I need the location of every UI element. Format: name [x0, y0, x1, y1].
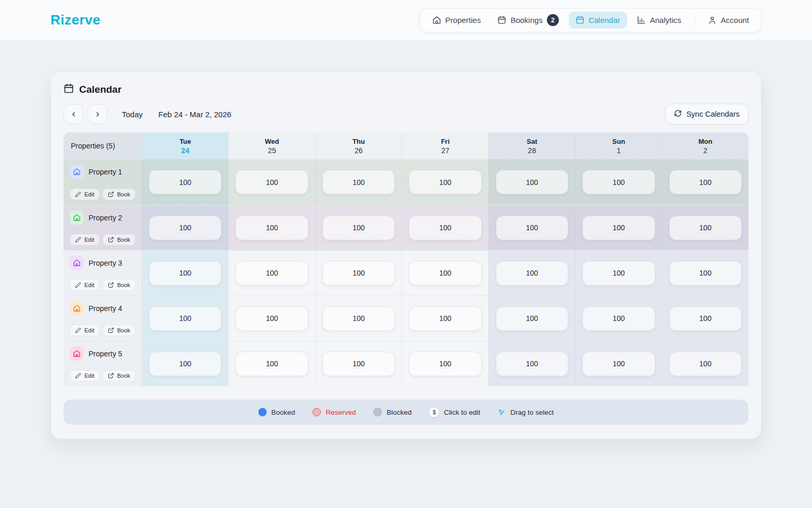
- pencil-icon: [75, 282, 81, 288]
- rate-value-chip[interactable]: 100: [149, 352, 221, 376]
- pencil-icon: [75, 327, 81, 333]
- rate-value-chip[interactable]: 100: [149, 216, 221, 240]
- bookings-count-badge: 2: [547, 14, 559, 26]
- property-cell: Property 4EditBook: [64, 296, 142, 341]
- edit-property-button[interactable]: Edit: [70, 370, 99, 381]
- rate-value-chip[interactable]: 100: [409, 352, 481, 376]
- rate-value-chip[interactable]: 100: [496, 261, 568, 286]
- legend-item-drag-to-select: Drag to select: [498, 408, 554, 416]
- external-link-icon: [108, 191, 114, 197]
- rate-value-chip[interactable]: 100: [322, 352, 395, 376]
- property-cell: Property 5EditBook: [64, 341, 142, 386]
- rate-cell-property-2-fri: 100: [402, 205, 488, 250]
- nav-item-account[interactable]: Account: [701, 11, 756, 29]
- nav-item-label: Analytics: [650, 16, 681, 24]
- rate-value-chip[interactable]: 100: [669, 216, 742, 240]
- rate-value-chip[interactable]: 100: [322, 261, 395, 286]
- rate-value-chip[interactable]: 100: [669, 306, 742, 331]
- nav-item-properties[interactable]: Properties: [426, 11, 488, 29]
- external-link-icon: [108, 373, 114, 379]
- rate-value-chip[interactable]: 100: [496, 352, 568, 376]
- rate-cell-property-1-mon: 100: [662, 159, 748, 205]
- day-header-sun: Sun1: [575, 132, 661, 159]
- edit-property-button[interactable]: Edit: [70, 189, 99, 200]
- rate-value-chip[interactable]: 100: [582, 306, 655, 331]
- rate-value-chip[interactable]: 100: [322, 306, 395, 331]
- next-week-button[interactable]: [88, 104, 107, 124]
- prev-week-button[interactable]: [64, 104, 83, 124]
- property-row-3: Property 3EditBook100100100100100100100: [64, 250, 748, 295]
- pencil-icon: [75, 373, 81, 379]
- home-icon: [432, 16, 441, 24]
- rate-value-chip[interactable]: 100: [582, 261, 655, 286]
- edit-property-button[interactable]: Edit: [70, 325, 99, 336]
- book-property-button[interactable]: Book: [103, 370, 135, 381]
- book-property-button[interactable]: Book: [103, 279, 135, 291]
- property-actions: EditBook: [70, 189, 135, 200]
- rate-value-chip[interactable]: 100: [409, 261, 481, 286]
- day-header-wed: Wed25: [228, 132, 315, 159]
- rate-cell-property-1-fri: 100: [402, 159, 488, 205]
- legend-item-booked: Booked: [258, 408, 295, 416]
- rate-cell-property-4-tue: 100: [142, 296, 228, 341]
- rate-value-chip[interactable]: 100: [149, 261, 221, 286]
- edit-property-button[interactable]: Edit: [70, 279, 99, 291]
- rate-value-chip[interactable]: 100: [582, 216, 655, 240]
- rate-value-chip[interactable]: 100: [496, 306, 568, 331]
- nav-divider: [694, 14, 695, 27]
- book-property-button[interactable]: Book: [103, 325, 135, 336]
- rate-value-chip[interactable]: 100: [409, 306, 481, 331]
- rate-value-chip[interactable]: 100: [235, 170, 308, 194]
- rate-cell-property-2-thu: 100: [315, 205, 402, 250]
- property-label-row: Property 3: [70, 256, 135, 270]
- rate-value-chip[interactable]: 100: [669, 261, 742, 286]
- rate-value-chip[interactable]: 100: [409, 216, 481, 240]
- book-button-label: Book: [117, 327, 130, 333]
- rate-value-chip[interactable]: 100: [496, 216, 568, 240]
- rate-value-chip[interactable]: 100: [582, 352, 655, 376]
- day-name: Sun: [613, 138, 626, 145]
- rate-value-chip[interactable]: 100: [669, 170, 742, 194]
- home-icon: [70, 165, 84, 179]
- table-body: Property 1EditBook100100100100100100100P…: [64, 159, 748, 386]
- edit-button-label: Edit: [84, 373, 94, 379]
- nav-item-analytics[interactable]: Analytics: [630, 11, 688, 29]
- main-nav: PropertiesBookings2CalendarAnalyticsAcco…: [420, 8, 761, 32]
- nav-item-calendar[interactable]: Calendar: [569, 11, 627, 29]
- rate-cell-property-5-wed: 100: [228, 341, 315, 386]
- day-number: 1: [617, 146, 621, 155]
- rate-cell-property-5-tue: 100: [142, 341, 228, 386]
- date-range-label: Feb 24 - Mar 2, 2026: [158, 110, 231, 119]
- property-row-5: Property 5EditBook100100100100100100100: [64, 341, 748, 386]
- day-number: 27: [441, 146, 449, 155]
- rate-value-chip[interactable]: 100: [582, 170, 655, 194]
- nav-item-bookings[interactable]: Bookings2: [491, 10, 566, 30]
- today-button[interactable]: Today: [122, 110, 143, 119]
- rate-value-chip[interactable]: 100: [235, 352, 308, 376]
- rate-value-chip[interactable]: 100: [149, 170, 221, 194]
- rate-value-chip[interactable]: 100: [235, 306, 308, 331]
- book-property-button[interactable]: Book: [103, 189, 135, 200]
- rate-value-chip[interactable]: 100: [235, 261, 308, 286]
- rate-value-chip[interactable]: 100: [322, 216, 395, 240]
- rate-value-chip[interactable]: 100: [409, 170, 481, 194]
- day-number: 24: [181, 146, 190, 155]
- edit-property-button[interactable]: Edit: [70, 234, 99, 245]
- legend-label: Click to edit: [444, 408, 480, 416]
- edit-button-label: Edit: [84, 327, 94, 333]
- rate-value-chip[interactable]: 100: [496, 170, 568, 194]
- rate-value-chip[interactable]: 100: [149, 306, 221, 331]
- sync-calendars-button[interactable]: Sync Calendars: [665, 104, 748, 125]
- property-name: Property 4: [89, 304, 122, 313]
- day-number: 2: [703, 146, 707, 155]
- property-label-row: Property 2: [70, 210, 135, 225]
- calendar-table: Properties (5) Tue24Wed25Thu26Fri27Sat28…: [64, 132, 748, 386]
- rate-value-chip[interactable]: 100: [322, 170, 395, 194]
- rate-cell-property-3-sat: 100: [489, 251, 575, 295]
- property-label-row: Property 5: [70, 346, 135, 361]
- blocked-dot-icon: [373, 408, 382, 416]
- book-button-label: Book: [117, 191, 130, 197]
- rate-value-chip[interactable]: 100: [235, 216, 308, 240]
- book-property-button[interactable]: Book: [103, 234, 135, 245]
- rate-value-chip[interactable]: 100: [669, 352, 742, 376]
